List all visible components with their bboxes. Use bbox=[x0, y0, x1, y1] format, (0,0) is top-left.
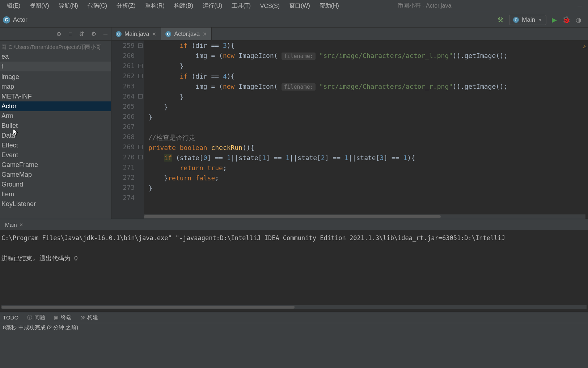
fold-icon[interactable]: − bbox=[138, 74, 143, 78]
menu-item[interactable]: 导航(N) bbox=[54, 2, 83, 10]
window-controls: ─ bbox=[578, 2, 586, 10]
bottom-tab[interactable]: ⓘ问题 bbox=[27, 314, 45, 321]
tree-item[interactable]: Arm bbox=[0, 111, 111, 121]
tree-item[interactable]: GameFrame bbox=[0, 160, 111, 170]
code-line: img = (new ImageIcon( filename: "src/ima… bbox=[148, 81, 588, 92]
bottom-tab[interactable]: ⚒构建 bbox=[80, 314, 98, 321]
tree-item[interactable]: Effect bbox=[0, 141, 111, 150]
line-number: 273 bbox=[111, 183, 135, 193]
close-icon[interactable]: ✕ bbox=[203, 31, 207, 37]
fold-icon[interactable]: − bbox=[138, 155, 143, 159]
close-icon[interactable]: ✕ bbox=[19, 222, 23, 227]
gear-icon[interactable]: ⚙ bbox=[91, 30, 96, 37]
line-number: 260 bbox=[111, 51, 135, 61]
code-area[interactable]: if (dir == 3){ img = (new ImageIcon( fil… bbox=[144, 41, 588, 219]
fold-icon[interactable]: − bbox=[138, 64, 143, 68]
bottom-tab-label: TODO bbox=[3, 314, 18, 321]
locate-icon[interactable]: ⊕ bbox=[56, 30, 61, 37]
menu-item[interactable]: 构建(B) bbox=[169, 2, 198, 10]
line-number: 262 bbox=[111, 71, 135, 81]
line-number: 272 bbox=[111, 172, 135, 183]
bottom-tab-label: 终端 bbox=[61, 314, 72, 321]
toolbar: C Actor ⚒ C Main ▼ ▶ 🐞 ◑ bbox=[0, 12, 588, 28]
line-number: 271 bbox=[111, 162, 135, 172]
menu-item[interactable]: 辑(E) bbox=[2, 2, 25, 10]
tree-item[interactable]: Event bbox=[0, 150, 111, 160]
line-number: 268 bbox=[111, 132, 135, 142]
tree-item[interactable]: META-INF bbox=[0, 92, 111, 101]
expand-icon[interactable]: ≡ bbox=[68, 31, 72, 37]
fold-icon[interactable]: − bbox=[138, 94, 143, 99]
line-number: 263 bbox=[111, 81, 135, 91]
menu-item[interactable]: VCS(S) bbox=[255, 3, 284, 9]
coverage-icon[interactable]: ◑ bbox=[576, 16, 581, 24]
menu-item[interactable]: 帮助(H) bbox=[315, 2, 344, 10]
tree-item[interactable]: Bullet bbox=[0, 121, 111, 131]
line-number: 270 bbox=[111, 152, 135, 162]
bottom-tool-tabs: TODOⓘ问题▣终端⚒构建 bbox=[0, 312, 588, 323]
tree-item[interactable]: map bbox=[0, 82, 111, 92]
bottom-tab[interactable]: ▣终端 bbox=[54, 314, 72, 321]
menu-item[interactable]: 视图(V) bbox=[25, 2, 54, 10]
tree-item[interactable]: image bbox=[0, 72, 111, 82]
project-path[interactable]: 哥 C:\Users\Terran\IdeaProjects\币圈小哥 bbox=[0, 42, 111, 52]
debug-icon[interactable]: 🐞 bbox=[562, 16, 570, 24]
editor-tab[interactable]: CActor.java✕ bbox=[161, 28, 211, 40]
tree-item[interactable]: t bbox=[0, 62, 111, 71]
line-number: 274 bbox=[111, 193, 135, 203]
run-hscrollbar[interactable] bbox=[1, 305, 587, 309]
tree-item[interactable]: ea bbox=[0, 52, 111, 62]
status-bar: 8毫秒 中成功完成 (2 分钟 之前) bbox=[0, 323, 588, 332]
minimize-icon[interactable]: ─ bbox=[578, 2, 582, 10]
editor-body[interactable]: 2592602612622632642652662672682692702712… bbox=[111, 41, 588, 219]
hide-icon[interactable]: ─ bbox=[103, 31, 107, 37]
tree-item[interactable]: Item bbox=[0, 189, 111, 199]
class-icon: C bbox=[513, 17, 519, 23]
code-line bbox=[148, 193, 588, 204]
gutter: 2592602612622632642652662672682692702712… bbox=[111, 41, 144, 219]
status-text: 8毫秒 中成功完成 (2 分钟 之前) bbox=[3, 324, 78, 331]
editor-hscrollbar[interactable] bbox=[144, 214, 585, 219]
menu-item[interactable]: 重构(R) bbox=[140, 2, 169, 10]
code-line: img = (new ImageIcon( filename: "src/ima… bbox=[148, 51, 588, 61]
window-title: 币圈小哥 - Actor.java bbox=[344, 2, 578, 10]
tab-icon: ⓘ bbox=[27, 314, 32, 321]
tree-item[interactable]: GameMap bbox=[0, 170, 111, 180]
scrollbar-thumb[interactable] bbox=[1, 306, 295, 309]
menu-item[interactable]: 窗口(W) bbox=[284, 2, 315, 10]
run-icon[interactable]: ▶ bbox=[552, 16, 557, 24]
tree-item[interactable]: Data bbox=[0, 131, 111, 141]
menu-item[interactable]: 代码(C) bbox=[83, 2, 112, 10]
code-line: } bbox=[148, 61, 588, 71]
collapse-icon[interactable]: ⇵ bbox=[79, 30, 84, 37]
bottom-tab[interactable]: TODO bbox=[3, 314, 18, 321]
close-icon[interactable]: ✕ bbox=[152, 31, 156, 37]
warning-icon[interactable]: ⚠ bbox=[583, 43, 587, 50]
run-tool-window: Main ✕ C:\Program Files\Java\jdk-16.0.1\… bbox=[0, 219, 588, 312]
class-icon: C bbox=[3, 16, 10, 24]
breadcrumb[interactable]: Actor bbox=[13, 16, 28, 24]
build-icon[interactable]: ⚒ bbox=[497, 16, 504, 24]
menu-item[interactable]: 运行(U) bbox=[198, 2, 227, 10]
line-number: 266 bbox=[111, 112, 135, 122]
fold-icon[interactable]: − bbox=[138, 145, 143, 149]
tree-item[interactable]: KeyListener bbox=[0, 199, 111, 209]
menu-item[interactable]: 分析(Z) bbox=[112, 2, 140, 10]
project-toolbar: ⊕ ≡ ⇵ ⚙ ─ bbox=[0, 28, 111, 41]
scrollbar-thumb[interactable] bbox=[144, 215, 441, 218]
run-tab[interactable]: Main ✕ bbox=[1, 221, 27, 229]
editor-tab[interactable]: CMain.java✕ bbox=[111, 28, 161, 40]
tab-icon: ⚒ bbox=[80, 315, 85, 321]
tree-item[interactable]: Actor bbox=[0, 101, 111, 111]
project-tree[interactable]: 哥 C:\Users\Terran\IdeaProjects\币圈小哥 eati… bbox=[0, 41, 111, 219]
tree-item[interactable]: Ground bbox=[0, 180, 111, 189]
run-output[interactable]: C:\Program Files\Java\jdk-16.0.1\bin\jav… bbox=[0, 230, 588, 312]
menu-item[interactable]: 工具(T) bbox=[227, 2, 255, 10]
fold-icon[interactable]: − bbox=[138, 43, 143, 48]
code-line: if (dir == 3){ bbox=[148, 41, 588, 51]
class-icon: C bbox=[165, 31, 171, 37]
output-line: 进程已结束, 退出代码为 0 bbox=[1, 253, 587, 263]
run-config-selector[interactable]: C Main ▼ bbox=[509, 15, 546, 25]
class-icon: C bbox=[116, 31, 122, 37]
run-config-label: Main bbox=[522, 16, 535, 24]
